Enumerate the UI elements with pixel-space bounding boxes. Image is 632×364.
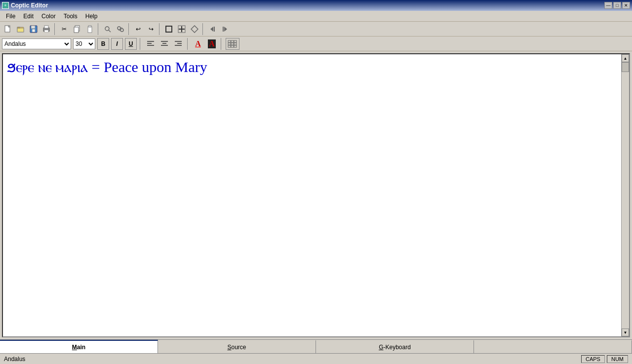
new-button[interactable] [2, 23, 14, 35]
indent-left-button[interactable] [206, 23, 218, 35]
align-right-button[interactable] [172, 38, 184, 50]
svg-rect-43 [234, 43, 237, 45]
svg-rect-38 [228, 40, 231, 42]
statusbar: Andalus CAPS NUM [0, 353, 632, 364]
svg-line-17 [109, 30, 111, 32]
svg-point-18 [118, 27, 120, 30]
fmt-sep-2 [187, 38, 189, 50]
separator-2 [98, 23, 100, 35]
tab-main-label: Main [72, 344, 85, 351]
svg-rect-15 [88, 26, 91, 27]
svg-rect-7 [31, 26, 35, 29]
svg-rect-45 [231, 45, 234, 47]
separator-1 [54, 23, 56, 35]
svg-marker-27 [224, 27, 227, 32]
open-button[interactable] [15, 23, 27, 35]
redo-button[interactable]: ↪ [145, 23, 157, 35]
bottom-tabs: Main Source G-Keyboard [0, 339, 632, 353]
format-toolbar: Andalus Arial Times New Roman Coptic 810… [0, 36, 632, 51]
window-controls[interactable]: — □ ✕ [604, 2, 630, 9]
scroll-thumb[interactable] [622, 62, 629, 72]
grid-button[interactable] [226, 38, 239, 50]
size-selector[interactable]: 8101214 16182024 2830364872 [73, 38, 95, 49]
print-button[interactable] [40, 23, 52, 35]
scroll-up-button[interactable]: ▲ [622, 54, 629, 62]
font-color-red-button[interactable]: A [192, 38, 204, 50]
underline-button[interactable]: U [125, 38, 137, 50]
svg-rect-41 [228, 43, 231, 45]
titlebar: + Coptic Editor — □ ✕ [0, 0, 632, 11]
font-selector[interactable]: Andalus Arial Times New Roman Coptic [2, 38, 71, 49]
maximize-button[interactable]: □ [613, 2, 621, 9]
menu-tools[interactable]: Tools [60, 12, 81, 21]
menu-color[interactable]: Color [38, 12, 60, 21]
svg-rect-44 [228, 45, 231, 47]
find-button[interactable] [102, 23, 114, 35]
copy-button[interactable] [71, 23, 83, 35]
caps-indicator: CAPS [581, 355, 605, 363]
svg-rect-46 [234, 45, 237, 47]
svg-marker-24 [191, 26, 198, 33]
menubar: File Edit Color Tools Help [0, 11, 632, 22]
window-title: Coptic Editor [11, 2, 48, 9]
separator-5 [202, 23, 204, 35]
svg-rect-40 [234, 40, 237, 42]
svg-rect-5 [17, 27, 20, 28]
vertical-scrollbar[interactable]: ▲ ▼ [621, 54, 629, 336]
save-button[interactable] [28, 23, 40, 35]
close-button[interactable]: ✕ [622, 2, 630, 9]
bold-color-button[interactable] [176, 23, 188, 35]
num-indicator: NUM [607, 355, 628, 363]
cut-button[interactable]: ✂ [58, 23, 70, 35]
menu-file[interactable]: File [2, 12, 19, 21]
fmt-sep-1 [140, 38, 142, 50]
italic-button[interactable]: I [111, 38, 123, 50]
tab-gkeyboard-label: G-Keyboard [379, 344, 411, 351]
svg-marker-25 [210, 27, 213, 32]
svg-rect-39 [231, 40, 234, 42]
separator-4 [159, 23, 161, 35]
tab-gkeyboard[interactable]: G-Keyboard [316, 340, 474, 353]
svg-rect-11 [44, 30, 48, 32]
main-toolbar: ✂ ↩ ↪ [0, 22, 632, 36]
fmt-sep-3 [221, 38, 223, 50]
statusbar-font: Andalus [4, 356, 579, 363]
menu-edit[interactable]: Edit [19, 12, 38, 21]
scroll-down-button[interactable]: ▼ [622, 328, 629, 336]
align-center-button[interactable] [158, 38, 170, 50]
separator-3 [128, 23, 130, 35]
svg-rect-14 [88, 27, 92, 33]
paste-button[interactable] [84, 23, 96, 35]
border-button[interactable] [163, 23, 175, 35]
undo-button[interactable]: ↩ [132, 23, 144, 35]
svg-rect-13 [74, 27, 79, 33]
highlight-button[interactable] [189, 23, 200, 35]
svg-point-19 [120, 29, 123, 32]
svg-point-16 [105, 27, 109, 31]
svg-rect-20 [166, 26, 172, 32]
indent-right-button[interactable] [219, 23, 231, 35]
replace-button[interactable] [115, 23, 126, 35]
align-left-button[interactable] [145, 38, 157, 50]
tab-extra[interactable] [474, 340, 632, 353]
tab-source[interactable]: Source [158, 340, 316, 353]
menu-help[interactable]: Help [81, 12, 102, 21]
titlebar-left: + Coptic Editor [2, 2, 48, 9]
svg-rect-10 [44, 26, 48, 28]
editor-area: ϧⲉⲣⲉ ⲛⲉ ⲙⲁⲣⲓⲁ = Peace upon Mary ▲ ▼ [2, 53, 630, 337]
tab-main[interactable]: Main [0, 340, 158, 353]
svg-rect-42 [231, 43, 234, 45]
svg-rect-8 [32, 29, 35, 32]
font-color-dark-button[interactable]: A [206, 38, 218, 50]
app-icon: + [2, 2, 9, 9]
text-editor[interactable]: ϧⲉⲣⲉ ⲛⲉ ⲙⲁⲣⲓⲁ = Peace upon Mary [3, 54, 621, 336]
svg-rect-4 [17, 28, 24, 32]
tab-source-label: Source [227, 344, 246, 351]
bold-button[interactable]: B [97, 38, 109, 50]
minimize-button[interactable]: — [604, 2, 612, 9]
